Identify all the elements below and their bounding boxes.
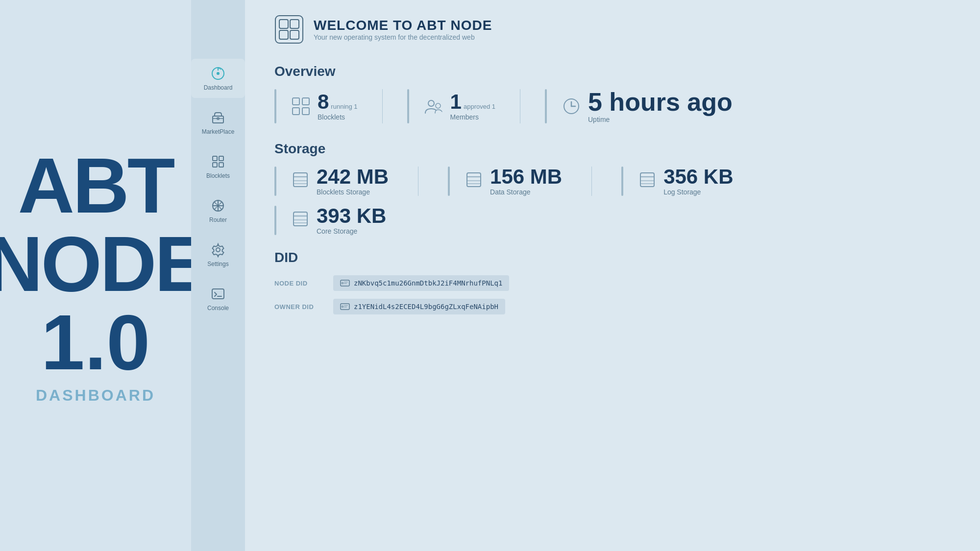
sidebar-item-blocklets-label: Blocklets <box>206 172 230 179</box>
svg-point-1 <box>217 72 220 75</box>
uptime-stat-icon <box>562 96 581 116</box>
svg-rect-25 <box>290 20 299 28</box>
overview-section: Overview 8 running 1 <box>274 64 951 123</box>
storage-divider-2 <box>448 167 450 196</box>
svg-rect-41 <box>467 173 481 187</box>
sidebar-item-blocklets[interactable]: Blocklets <box>191 147 245 186</box>
storage-section: Storage 242 MB Blocklets Storage <box>274 141 951 235</box>
svg-rect-28 <box>293 98 299 105</box>
storage-log-number: 356 KB <box>663 167 733 187</box>
dashboard-icon <box>210 66 226 81</box>
storage-blocklets-label: Blocklets Storage <box>317 188 389 196</box>
did-node-key: NODE DID <box>274 280 323 287</box>
storage-core: 393 KB Core Storage <box>274 206 416 235</box>
storage-data-number: 156 MB <box>490 167 562 187</box>
svg-rect-9 <box>219 163 223 167</box>
sidebar-item-router-label: Router <box>209 216 227 223</box>
storage-divider-1 <box>274 167 276 196</box>
svg-point-33 <box>436 103 441 108</box>
storage-data-icon <box>466 171 482 192</box>
did-owner-text: z1YENidL4s2ECED4L9bgG6gZLxqFeNAipbH <box>354 303 498 311</box>
storage-core-number: 393 KB <box>317 206 386 226</box>
sidebar-item-dashboard-label: Dashboard <box>204 84 233 91</box>
storage-log-icon <box>639 171 656 192</box>
svg-rect-55 <box>344 282 348 283</box>
did-node-icon <box>340 278 350 288</box>
members-stat-number: 1 <box>450 92 462 112</box>
sidebar-item-console[interactable]: Console <box>191 279 245 318</box>
blocklets-icon <box>210 154 226 169</box>
sidebar: Dashboard MarketPlace Blocklets <box>191 0 245 551</box>
sidebar-item-console-label: Console <box>207 305 229 311</box>
uptime-stat-values: 5 hours ago Uptime <box>588 89 733 123</box>
svg-rect-45 <box>640 173 654 187</box>
svg-rect-30 <box>293 108 299 115</box>
svg-rect-21 <box>212 289 224 299</box>
storage-data: 156 MB Data Storage <box>448 167 592 196</box>
blocklets-stat-number: 8 <box>318 92 329 112</box>
svg-line-19 <box>214 207 217 210</box>
blocklets-stat-icon <box>291 96 311 116</box>
did-title: DID <box>274 250 951 265</box>
svg-point-20 <box>216 248 220 252</box>
svg-rect-31 <box>302 108 309 115</box>
storage-row-2: 393 KB Core Storage <box>274 206 951 235</box>
console-icon <box>210 286 226 302</box>
header-text: WELCOME TO ABT NODE Your new operating s… <box>314 18 492 41</box>
sidebar-item-router[interactable]: Router <box>191 191 245 230</box>
sidebar-item-dashboard[interactable]: Dashboard <box>191 59 245 98</box>
svg-line-18 <box>220 202 222 205</box>
overview-stats-row: 8 running 1 Blocklets <box>274 89 951 123</box>
storage-title: Storage <box>274 141 951 157</box>
did-owner-icon <box>340 302 350 311</box>
did-section: DID NODE DID zNKbvq5c1mu26GnmDtbkJ2iF4MN… <box>274 250 951 314</box>
storage-log: 356 KB Log Storage <box>621 167 762 196</box>
storage-blocklets-icon <box>292 171 309 192</box>
blocklets-stat-sublabel: running 1 <box>331 103 357 110</box>
svg-rect-24 <box>279 20 288 28</box>
svg-rect-60 <box>344 307 347 308</box>
svg-rect-59 <box>344 305 348 306</box>
storage-log-label: Log Storage <box>663 188 733 196</box>
sidebar-item-settings[interactable]: Settings <box>191 235 245 274</box>
svg-line-16 <box>214 202 217 205</box>
settings-icon <box>210 242 226 258</box>
members-stat-icon <box>424 96 443 116</box>
did-owner-value: z1YENidL4s2ECED4L9bgG6gZLxqFeNAipbH <box>333 299 505 314</box>
sidebar-item-settings-label: Settings <box>207 261 228 267</box>
storage-divider-4 <box>274 206 276 235</box>
svg-point-32 <box>428 100 434 106</box>
storage-blocklets-number: 242 MB <box>317 167 389 187</box>
logo <box>274 15 304 44</box>
page-header: WELCOME TO ABT NODE Your new operating s… <box>274 15 951 44</box>
did-node-value: zNKbvq5c1mu26GnmDtbkJ2iF4MNrhufPNLq1 <box>333 275 509 291</box>
did-owner-key: OWNER DID <box>274 303 323 311</box>
members-stat-sublabel: approved 1 <box>464 103 495 110</box>
storage-data-label: Data Storage <box>490 188 562 196</box>
svg-rect-26 <box>279 30 288 39</box>
brand-title: ABT NODE <box>0 146 205 303</box>
svg-point-11 <box>217 204 220 207</box>
page-title: WELCOME TO ABT NODE <box>314 18 492 33</box>
storage-log-values: 356 KB Log Storage <box>663 167 733 196</box>
stat-members: 1 approved 1 Members <box>407 89 520 123</box>
members-stat-values: 1 approved 1 Members <box>450 92 495 121</box>
did-row-owner: OWNER DID z1YENidL4s2ECED4L9bgG6gZLxqFeN… <box>274 299 951 314</box>
uptime-stat-number: 5 hours ago <box>588 89 733 115</box>
svg-line-17 <box>220 207 222 210</box>
overview-title: Overview <box>274 64 951 79</box>
sidebar-item-marketplace[interactable]: MarketPlace <box>191 103 245 142</box>
stat-uptime: 5 hours ago Uptime <box>545 89 757 123</box>
stat-divider-3 <box>545 89 547 123</box>
svg-point-54 <box>342 282 344 285</box>
stat-divider-2 <box>407 89 409 123</box>
storage-core-values: 393 KB Core Storage <box>317 206 386 235</box>
storage-core-icon <box>292 211 309 231</box>
storage-core-label: Core Storage <box>317 227 386 235</box>
svg-rect-56 <box>344 283 347 284</box>
brand-subtitle: DASHBOARD <box>36 386 155 405</box>
stat-divider <box>274 89 276 123</box>
svg-rect-49 <box>294 212 307 226</box>
storage-row-1: 242 MB Blocklets Storage 156 MB <box>274 167 951 196</box>
sidebar-item-marketplace-label: MarketPlace <box>202 128 235 135</box>
